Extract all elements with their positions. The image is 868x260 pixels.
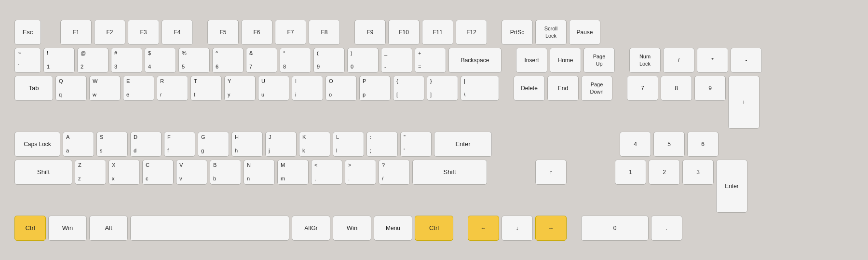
key-capslock[interactable]: Caps Lock xyxy=(14,132,60,157)
key-pause[interactable]: Pause xyxy=(569,20,600,45)
key-o[interactable]: O o xyxy=(326,76,357,101)
key-win-left[interactable]: Win xyxy=(48,216,87,241)
key-numpad-1[interactable]: 1 xyxy=(615,160,646,185)
key-v[interactable]: V v xyxy=(176,160,207,185)
key-4[interactable]: $ 4 xyxy=(145,48,176,73)
key-end[interactable]: End xyxy=(547,76,579,101)
key-backtick[interactable]: ~ ` xyxy=(14,48,41,73)
key-backspace[interactable]: Backspace xyxy=(448,48,502,73)
key-x[interactable]: X x xyxy=(108,160,140,185)
key-numpad-enter[interactable]: Enter xyxy=(716,160,747,213)
key-pagedown[interactable]: PageDown xyxy=(581,76,612,101)
key-f2[interactable]: F2 xyxy=(94,20,125,45)
key-l[interactable]: L l xyxy=(333,132,364,157)
key-1[interactable]: ! 1 xyxy=(43,48,75,73)
key-f12[interactable]: F12 xyxy=(456,20,487,45)
key-f3[interactable]: F3 xyxy=(128,20,159,45)
key-alt-left[interactable]: Alt xyxy=(89,216,128,241)
key-a[interactable]: A a xyxy=(63,132,94,157)
key-quote[interactable]: " ' xyxy=(400,132,432,157)
key-insert[interactable]: Insert xyxy=(516,48,547,73)
key-delete[interactable]: Delete xyxy=(514,76,545,101)
key-8[interactable]: * 8 xyxy=(280,48,311,73)
key-semicolon[interactable]: : ; xyxy=(366,132,398,157)
key-p[interactable]: P p xyxy=(359,76,391,101)
key-k[interactable]: K k xyxy=(299,132,330,157)
key-esc[interactable]: Esc xyxy=(14,20,41,45)
key-up[interactable]: ↑ xyxy=(535,160,567,185)
key-win-right[interactable]: Win xyxy=(333,216,371,241)
key-numpad-9[interactable]: 9 xyxy=(694,76,726,101)
key-numpad-plus[interactable]: + xyxy=(728,76,760,129)
key-f9[interactable]: F9 xyxy=(354,20,386,45)
key-numpad-2[interactable]: 2 xyxy=(649,160,680,185)
key-c[interactable]: C c xyxy=(142,160,174,185)
key-lbracket[interactable]: { [ xyxy=(393,76,424,101)
key-0[interactable]: ) 0 xyxy=(347,48,379,73)
key-n[interactable]: N n xyxy=(244,160,275,185)
key-w[interactable]: W w xyxy=(89,76,121,101)
key-e[interactable]: E e xyxy=(123,76,154,101)
key-numlock[interactable]: NumLock xyxy=(629,48,661,73)
key-f8[interactable]: F8 xyxy=(309,20,340,45)
key-m[interactable]: M m xyxy=(277,160,309,185)
key-f1[interactable]: F1 xyxy=(60,20,92,45)
key-prtsc[interactable]: PrtSc xyxy=(502,20,533,45)
key-tab[interactable]: Tab xyxy=(14,76,53,101)
key-f11[interactable]: F11 xyxy=(422,20,453,45)
key-g[interactable]: G g xyxy=(198,132,229,157)
key-2[interactable]: @ 2 xyxy=(77,48,108,73)
key-pageup[interactable]: PageUp xyxy=(583,48,615,73)
key-ctrl-right[interactable]: Ctrl xyxy=(415,216,453,241)
key-numpad-6[interactable]: 6 xyxy=(687,132,719,157)
key-numpad-multiply[interactable]: * xyxy=(697,48,728,73)
key-i[interactable]: I i xyxy=(292,76,323,101)
key-altgr[interactable]: AltGr xyxy=(292,216,330,241)
key-j[interactable]: J j xyxy=(265,132,297,157)
key-scrolllock[interactable]: ScrollLock xyxy=(535,20,567,45)
key-f10[interactable]: F10 xyxy=(388,20,420,45)
key-f5[interactable]: F5 xyxy=(207,20,239,45)
key-slash[interactable]: ? / xyxy=(379,160,410,185)
key-ctrl-left[interactable]: Ctrl xyxy=(14,216,46,241)
key-h[interactable]: H h xyxy=(231,132,263,157)
key-period[interactable]: > . xyxy=(345,160,376,185)
key-numpad-3[interactable]: 3 xyxy=(682,160,714,185)
key-rbracket[interactable]: } ] xyxy=(427,76,458,101)
key-numpad-0[interactable]: 0 xyxy=(581,216,649,241)
key-numpad-7[interactable]: 7 xyxy=(627,76,658,101)
key-menu[interactable]: Menu xyxy=(374,216,412,241)
key-home[interactable]: Home xyxy=(550,48,581,73)
key-q[interactable]: Q q xyxy=(55,76,87,101)
key-down[interactable]: ↓ xyxy=(502,216,533,241)
key-9[interactable]: ( 9 xyxy=(313,48,345,73)
key-minus[interactable]: _ - xyxy=(381,48,412,73)
key-7[interactable]: & 7 xyxy=(246,48,277,73)
key-comma[interactable]: < , xyxy=(311,160,342,185)
key-t[interactable]: T t xyxy=(190,76,222,101)
key-z[interactable]: Z z xyxy=(75,160,106,185)
key-r[interactable]: R r xyxy=(157,76,188,101)
key-numpad-4[interactable]: 4 xyxy=(620,132,651,157)
key-6[interactable]: ^ 6 xyxy=(212,48,244,73)
key-numpad-8[interactable]: 8 xyxy=(661,76,692,101)
key-3[interactable]: # 3 xyxy=(111,48,142,73)
key-right[interactable]: → xyxy=(535,216,567,241)
key-s[interactable]: S s xyxy=(96,132,128,157)
key-d[interactable]: D d xyxy=(130,132,162,157)
key-shift-left[interactable]: Shift xyxy=(14,160,72,185)
key-numpad-5[interactable]: 5 xyxy=(653,132,685,157)
key-numpad-dot[interactable]: . xyxy=(651,216,682,241)
key-shift-right[interactable]: Shift xyxy=(412,160,487,185)
key-f4[interactable]: F4 xyxy=(162,20,193,45)
key-numpad-minus[interactable]: - xyxy=(731,48,762,73)
key-y[interactable]: Y y xyxy=(224,76,256,101)
key-f6[interactable]: F6 xyxy=(241,20,272,45)
key-f[interactable]: F f xyxy=(164,132,195,157)
key-left[interactable]: ← xyxy=(468,216,499,241)
key-backslash[interactable]: | \ xyxy=(461,76,499,101)
key-b[interactable]: B b xyxy=(210,160,241,185)
key-enter[interactable]: Enter xyxy=(434,132,492,157)
key-u[interactable]: U u xyxy=(258,76,289,101)
key-numpad-slash[interactable]: / xyxy=(663,48,694,73)
